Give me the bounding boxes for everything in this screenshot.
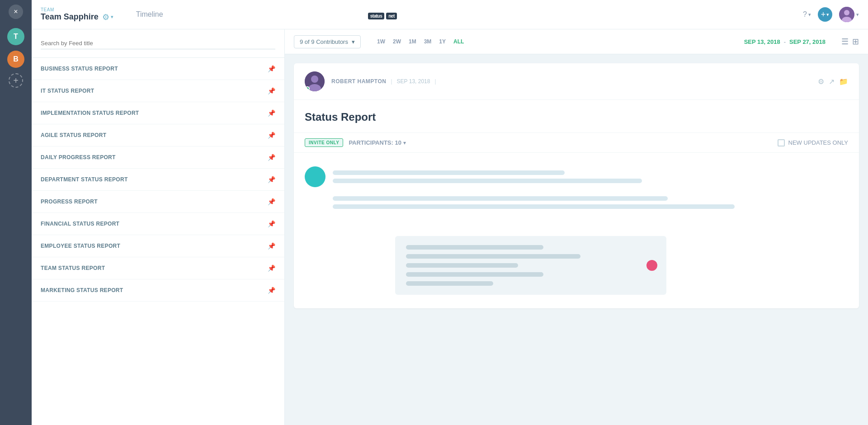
team-name: Team Sapphire xyxy=(41,12,99,22)
placeholder-avatar xyxy=(305,166,326,187)
list-item[interactable]: AGILE STATUS REPORT 📌 xyxy=(32,124,284,146)
date-start: SEP 13, 2018 xyxy=(744,38,780,45)
help-icon: ? xyxy=(803,10,807,19)
feed-item-label: PROGRESS REPORT xyxy=(41,198,98,205)
participants-left: INVITE ONLY PARTICIPANTS: 10 ▾ xyxy=(305,138,406,147)
timeline-bar: 9 of 9 Contributors ▾ 1W 2W 1M 3M 1Y ALL… xyxy=(285,29,868,54)
report-date: SEP 13, 2018 xyxy=(397,78,430,85)
icon-bar: × T B + xyxy=(0,0,32,425)
team-avatar-t[interactable]: T xyxy=(7,28,24,45)
report-title: Status Report xyxy=(305,111,848,123)
search-input[interactable] xyxy=(41,38,275,49)
svg-point-4 xyxy=(311,76,318,83)
list-item[interactable]: IMPLEMENTATION STATUS REPORT 📌 xyxy=(32,102,284,124)
comment-line xyxy=(406,281,493,286)
report-area: ROBERT HAMPTON | SEP 13, 2018 | ⚙ ↗ xyxy=(285,54,868,425)
pin-icon: 📌 xyxy=(268,65,275,72)
report-card: ROBERT HAMPTON | SEP 13, 2018 | ⚙ ↗ xyxy=(294,63,859,308)
pin-icon: 📌 xyxy=(268,87,275,94)
feed-item-label: FINANCIAL STATUS REPORT xyxy=(41,221,119,227)
period-all[interactable]: ALL xyxy=(451,37,467,47)
report-author-avatar xyxy=(305,71,325,91)
meta-separator2: | xyxy=(434,78,436,85)
grid-view-icon: ⊞ xyxy=(852,37,859,46)
period-1w[interactable]: 1W xyxy=(374,37,388,47)
period-3m[interactable]: 3M xyxy=(421,37,434,47)
add-content-button[interactable]: + ▾ xyxy=(818,7,832,22)
gear-icon: ⚙ xyxy=(102,12,109,22)
folder-icon: 📁 xyxy=(839,78,848,85)
feed-list: BUSINESS STATUS REPORT 📌 IT STATUS REPOR… xyxy=(32,58,284,425)
pin-icon: 📌 xyxy=(268,287,275,294)
list-item[interactable]: IT STATUS REPORT 📌 xyxy=(32,80,284,102)
list-item[interactable]: TEAM STATUS REPORT 📌 xyxy=(32,257,284,279)
placeholder-lines xyxy=(333,170,848,183)
meta-separator: | xyxy=(391,78,392,85)
user-menu[interactable]: ▾ xyxy=(839,7,859,22)
new-updates-checkbox[interactable] xyxy=(778,139,785,146)
left-panel: BUSINESS STATUS REPORT 📌 IT STATUS REPOR… xyxy=(32,29,285,425)
date-end: SEP 27, 2018 xyxy=(789,38,826,45)
period-1y[interactable]: 1Y xyxy=(436,37,448,47)
feed-item-label: MARKETING STATUS REPORT xyxy=(41,287,123,293)
comment-line xyxy=(406,272,543,277)
plus-icon: + xyxy=(821,10,826,19)
participants-chevron[interactable]: ▾ xyxy=(403,140,406,146)
period-1m[interactable]: 1M xyxy=(406,37,419,47)
top-header: TEAM Team Sapphire ⚙ ▾ Timeline statusne… xyxy=(32,0,868,29)
list-item[interactable]: PROGRESS REPORT 📌 xyxy=(32,191,284,213)
pink-indicator xyxy=(646,260,657,271)
list-view-button[interactable]: ☰ xyxy=(841,37,849,47)
list-item[interactable]: EMPLOYEE STATUS REPORT 📌 xyxy=(32,235,284,257)
feed-item-label: AGILE STATUS REPORT xyxy=(41,132,106,138)
team-avatar-b[interactable]: B xyxy=(7,51,24,68)
contributors-select[interactable]: 9 of 9 Contributors ▾ xyxy=(294,35,361,48)
share-icon-button[interactable]: ↗ xyxy=(829,77,835,86)
period-2w[interactable]: 2W xyxy=(390,37,404,47)
participants-bar: INVITE ONLY PARTICIPANTS: 10 ▾ NEW UPDAT… xyxy=(294,132,859,153)
close-button[interactable]: × xyxy=(9,5,23,19)
statusnet-logo: statusnet xyxy=(366,9,397,20)
chevron-down-icon: ▾ xyxy=(111,14,113,20)
chevron-down-icon: ▾ xyxy=(352,38,355,45)
online-indicator xyxy=(305,86,310,91)
help-button[interactable]: ? ▾ xyxy=(803,10,811,19)
pin-icon: 📌 xyxy=(268,176,275,183)
list-item[interactable]: DAILY PROGRESS REPORT 📌 xyxy=(32,146,284,169)
placeholder-line xyxy=(333,170,565,175)
user-avatar[interactable] xyxy=(839,7,854,22)
share-icon: ↗ xyxy=(829,78,835,85)
team-label: TEAM xyxy=(41,7,113,12)
settings-icon: ⚙ xyxy=(818,78,824,85)
invite-badge: INVITE ONLY xyxy=(305,138,343,147)
feed-item-label: IMPLEMENTATION STATUS REPORT xyxy=(41,110,139,116)
new-updates-text: NEW UPDATES ONLY xyxy=(788,139,848,146)
chevron-down-icon: ▾ xyxy=(856,12,859,18)
participants-count: PARTICIPANTS: 10 xyxy=(349,139,401,146)
grid-view-button[interactable]: ⊞ xyxy=(852,37,859,47)
add-team-button[interactable]: + xyxy=(9,73,23,88)
new-updates-toggle[interactable]: NEW UPDATES ONLY xyxy=(778,139,848,146)
contributors-label: 9 of 9 Contributors xyxy=(300,38,348,45)
placeholder-line xyxy=(333,196,668,201)
date-range: SEP 13, 2018 - SEP 27, 2018 xyxy=(744,38,826,45)
pin-icon: 📌 xyxy=(268,132,275,139)
folder-icon-button[interactable]: 📁 xyxy=(839,77,848,86)
list-item[interactable]: MARKETING STATUS REPORT 📌 xyxy=(32,279,284,302)
main-wrapper: TEAM Team Sapphire ⚙ ▾ Timeline statusne… xyxy=(32,0,868,425)
list-item[interactable]: FINANCIAL STATUS REPORT 📌 xyxy=(32,213,284,235)
gear-button[interactable]: ⚙ ▾ xyxy=(102,12,113,22)
pin-icon: 📌 xyxy=(268,220,275,227)
list-item[interactable]: BUSINESS STATUS REPORT 📌 xyxy=(32,58,284,80)
chevron-down-icon: ▾ xyxy=(808,12,811,18)
placeholder-line xyxy=(333,204,735,209)
pin-icon: 📌 xyxy=(268,154,275,161)
feed-item-label: DEPARTMENT STATUS REPORT xyxy=(41,176,128,183)
feed-item-label: EMPLOYEE STATUS REPORT xyxy=(41,243,120,249)
view-icons: ☰ ⊞ xyxy=(841,37,859,47)
user-avatar-img xyxy=(839,7,854,22)
settings-icon-button[interactable]: ⚙ xyxy=(818,77,824,86)
list-view-icon: ☰ xyxy=(841,37,849,46)
list-item[interactable]: DEPARTMENT STATUS REPORT 📌 xyxy=(32,169,284,191)
report-author-name: ROBERT HAMPTON xyxy=(331,78,386,85)
